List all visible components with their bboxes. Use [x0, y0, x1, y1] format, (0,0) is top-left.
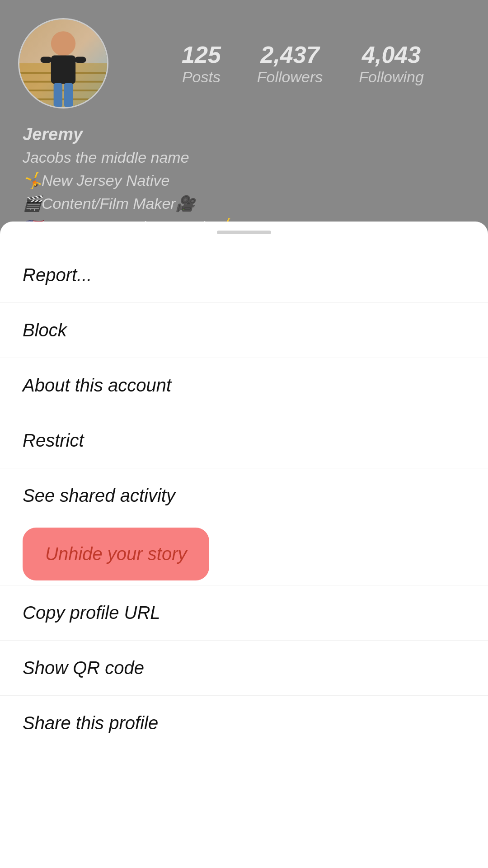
menu-item-copy-url[interactable]: Copy profile URL	[0, 585, 488, 640]
menu-item-shared-activity-label: See shared activity	[23, 486, 175, 506]
menu-item-report-label: Report...	[23, 265, 92, 285]
menu-item-restrict-label: Restrict	[23, 430, 84, 451]
following-label: Following	[359, 68, 424, 85]
avatar	[18, 18, 108, 108]
menu-item-shared-activity[interactable]: See shared activity	[0, 468, 488, 523]
menu-item-share-profile-label: Share this profile	[23, 713, 158, 733]
menu-item-about-label: About this account	[23, 375, 171, 396]
followers-label: Followers	[257, 68, 323, 85]
menu-item-unhide-story-label: Unhide your story	[45, 544, 187, 564]
menu-item-block[interactable]: Block	[0, 303, 488, 358]
posts-label: Posts	[182, 68, 221, 85]
menu-item-block-label: Block	[23, 320, 67, 340]
posts-count: 125	[182, 41, 221, 68]
menu-item-share-profile[interactable]: Share this profile	[0, 696, 488, 750]
followers-stat: 2,437 Followers	[257, 41, 323, 86]
following-stat: 4,043 Following	[359, 41, 424, 86]
menu-item-restrict[interactable]: Restrict	[0, 413, 488, 468]
bio-line-2: 🤸New Jersey Native	[23, 169, 465, 192]
menu-item-qr-code[interactable]: Show QR code	[0, 641, 488, 695]
svg-rect-11	[75, 57, 86, 63]
bio-line-3: 🎬Content/Film Maker🎥	[23, 192, 465, 215]
menu-item-about[interactable]: About this account	[0, 358, 488, 413]
followers-count: 2,437	[257, 41, 323, 68]
menu-item-report[interactable]: Report...	[0, 248, 488, 302]
profile-name: Jeremy	[23, 125, 465, 144]
menu-item-unhide-story[interactable]: Unhide your story	[23, 528, 209, 580]
profile-stats: 125 Posts 2,437 Followers 4,043 Followin…	[136, 41, 470, 86]
svg-rect-8	[54, 83, 62, 107]
svg-point-6	[51, 31, 75, 56]
svg-rect-5	[19, 99, 107, 100]
drag-handle[interactable]	[217, 231, 271, 234]
svg-rect-9	[64, 83, 73, 107]
profile-header: 125 Posts 2,437 Followers 4,043 Followin…	[18, 18, 470, 108]
following-count: 4,043	[359, 41, 424, 68]
bottom-sheet: Report... Block About this account Restr…	[0, 222, 488, 868]
svg-rect-7	[51, 56, 75, 84]
svg-rect-10	[41, 57, 52, 63]
posts-stat: 125 Posts	[182, 41, 221, 86]
bio-line-1: Jacobs the middle name	[23, 146, 465, 169]
menu-item-copy-url-label: Copy profile URL	[23, 603, 160, 623]
menu-item-qr-code-label: Show QR code	[23, 658, 144, 678]
svg-rect-4	[19, 90, 107, 91]
